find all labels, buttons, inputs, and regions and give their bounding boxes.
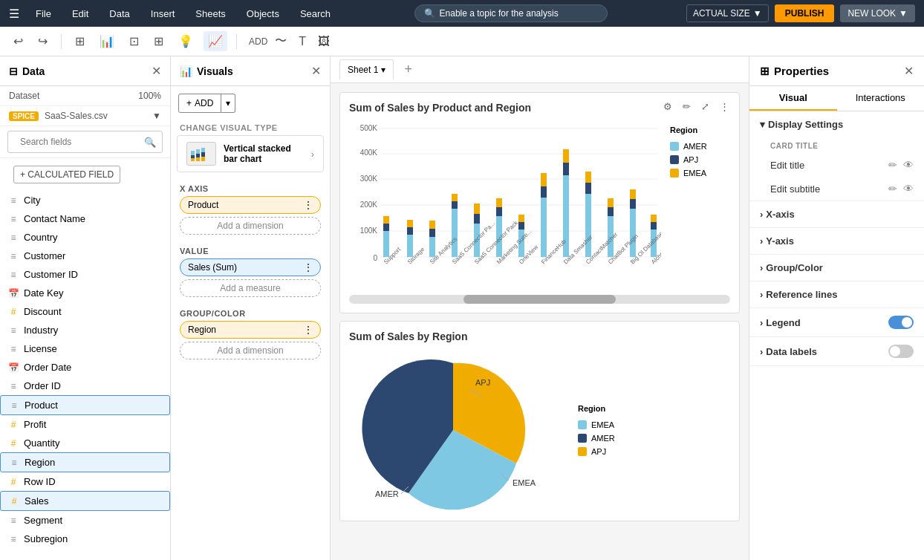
dataset-file-row[interactable]: SPICE SaaS-Sales.csv ▼: [0, 106, 170, 126]
field-item-rowid[interactable]: # Row ID: [0, 472, 170, 491]
field-item-profit[interactable]: # Profit: [0, 415, 170, 434]
card-title-label: CARD TITLE: [749, 137, 924, 153]
field-item-discount[interactable]: # Discount: [0, 302, 170, 321]
bar-chart-button[interactable]: 📊: [95, 31, 119, 51]
field-item-orderdate[interactable]: 📅 Order Date: [0, 358, 170, 377]
chart-type-preview: [186, 142, 216, 166]
add-text-button[interactable]: T: [294, 32, 310, 51]
field-item-datekey[interactable]: 📅 Date Key: [0, 284, 170, 302]
calc-field-button[interactable]: + CALCULATED FIELD: [13, 166, 120, 183]
table-view-button[interactable]: ⊞: [71, 31, 89, 51]
field-item-contact[interactable]: ≡ Contact Name: [0, 209, 170, 228]
reference-lines-header[interactable]: › Reference lines: [749, 281, 924, 307]
chart1-scrollbar[interactable]: [349, 295, 730, 304]
chart1-expand-button[interactable]: ⤢: [697, 99, 713, 114]
section-display-header[interactable]: ▾ Display Settings: [749, 111, 924, 137]
menu-edit[interactable]: Edit: [68, 5, 93, 22]
edit-title-edit-button[interactable]: ✏: [888, 159, 897, 171]
add-line-button[interactable]: 〜: [270, 30, 291, 52]
chevron-down-icon: ▼: [152, 111, 161, 121]
visuals-panel-close[interactable]: ✕: [311, 64, 321, 78]
group-pill[interactable]: Region ⋮: [180, 321, 321, 339]
y-axis-header[interactable]: › Y-axis: [749, 228, 924, 254]
edit-subtitle-row: Edit subtitle ✏ 👁: [749, 177, 924, 201]
field-list: ≡ City ≡ Contact Name ≡ Country ≡ Custom…: [0, 191, 170, 560]
field-item-subregion[interactable]: ≡ Subregion: [0, 530, 170, 548]
data-panel-close[interactable]: ✕: [152, 64, 161, 78]
menu-data[interactable]: Data: [105, 5, 134, 22]
add-label: ADD: [249, 36, 267, 47]
edit-subtitle-edit-button[interactable]: ✏: [888, 183, 897, 195]
menu-sheets[interactable]: Sheets: [191, 5, 230, 22]
grid-button[interactable]: ⊞: [149, 31, 168, 51]
legend-header[interactable]: › Legend: [749, 308, 924, 336]
x-axis-add[interactable]: Add a dimension: [180, 217, 321, 235]
topic-search[interactable]: 🔍 Enable a topic for the analysis: [414, 4, 608, 22]
chart1-edit-button[interactable]: ✏: [679, 99, 694, 114]
properties-close[interactable]: ✕: [904, 64, 914, 78]
separator2: [236, 34, 237, 49]
data-labels-toggle[interactable]: [888, 345, 914, 358]
field-item-industry[interactable]: ≡ Industry: [0, 321, 170, 339]
dataset-label: Dataset: [9, 91, 39, 101]
field-item-country[interactable]: ≡ Country: [0, 228, 170, 247]
measure-icon: #: [7, 438, 19, 449]
chart1-settings-button[interactable]: ⚙: [660, 99, 676, 114]
add-image-button[interactable]: 🖼: [313, 32, 334, 51]
tab-visual[interactable]: Visual: [749, 86, 837, 111]
sheet-tab-label: Sheet 1: [348, 65, 378, 75]
field-item-customer[interactable]: ≡ Customer: [0, 247, 170, 265]
data-labels-header[interactable]: › Data labels: [749, 337, 924, 365]
svg-text:500K: 500K: [360, 124, 378, 132]
menu-insert[interactable]: Insert: [146, 5, 180, 22]
menu-objects[interactable]: Objects: [242, 5, 284, 22]
legend-color: [578, 420, 587, 429]
new-look-button[interactable]: NEW LOOK ▼: [840, 4, 915, 22]
tab-interactions[interactable]: Interactions: [837, 86, 925, 111]
field-item-product[interactable]: ≡ Product: [0, 395, 170, 415]
field-item-quantity[interactable]: # Quantity: [0, 434, 170, 452]
insight-button[interactable]: 💡: [174, 31, 198, 51]
menu-search[interactable]: Search: [296, 5, 335, 22]
chart1-more-button[interactable]: ⋮: [716, 99, 733, 114]
value-pill[interactable]: Sales (Sum) ⋮: [180, 258, 321, 276]
add-visual-button[interactable]: + ADD: [178, 94, 221, 113]
visual-button[interactable]: 📈: [204, 31, 227, 51]
x-axis-pill[interactable]: Product ⋮: [180, 196, 321, 214]
redo-button[interactable]: ↪: [33, 31, 52, 51]
x-axis-header[interactable]: › X-axis: [749, 201, 924, 227]
plus-icon: +: [186, 98, 192, 108]
search-input[interactable]: [14, 134, 141, 150]
add-visual-dropdown[interactable]: ▾: [221, 94, 235, 113]
svg-rect-26: [407, 220, 413, 227]
field-item-sales[interactable]: # Sales: [0, 491, 170, 511]
charts-area: Sum of Sales by Product and Region ⚙ ✏ ⤢…: [331, 83, 749, 560]
group-color-header[interactable]: › Group/Color: [749, 255, 924, 281]
edit-title-visibility-button[interactable]: 👁: [903, 159, 914, 171]
field-item-region[interactable]: ≡ Region: [0, 452, 170, 472]
field-item-segment[interactable]: ≡ Segment: [0, 511, 170, 530]
filter-button[interactable]: ⊡: [125, 31, 143, 51]
value-add[interactable]: Add a measure: [180, 279, 321, 297]
chart1-container: Sum of Sales by Product and Region ⚙ ✏ ⤢…: [339, 92, 740, 313]
actual-size-button[interactable]: ACTUAL SIZE ▼: [686, 4, 769, 22]
edit-subtitle-visibility-button[interactable]: 👁: [903, 183, 914, 195]
publish-button[interactable]: PUBLISH: [775, 4, 835, 22]
menu-file[interactable]: File: [31, 5, 56, 22]
dimension-icon: ≡: [8, 400, 20, 411]
visual-type-row[interactable]: Vertical stacked bar chart ›: [177, 135, 324, 172]
group-add[interactable]: Add a dimension: [180, 342, 321, 359]
field-item-city[interactable]: ≡ City: [0, 191, 170, 209]
database-icon: ⊟: [9, 65, 18, 77]
chevron-right-icon: ›: [760, 209, 763, 220]
field-item-customerid[interactable]: ≡ Customer ID: [0, 265, 170, 284]
sheet-tab-1[interactable]: Sheet 1 ▾: [339, 59, 394, 79]
add-sheet-button[interactable]: +: [400, 60, 417, 79]
legend-toggle[interactable]: [888, 316, 914, 329]
undo-button[interactable]: ↩: [9, 31, 27, 51]
calendar-icon: 📅: [7, 288, 19, 299]
field-item-orderid[interactable]: ≡ Order ID: [0, 377, 170, 395]
search-icon: 🔍: [144, 137, 156, 148]
data-panel-title: Data: [22, 65, 45, 77]
field-item-license[interactable]: ≡ License: [0, 339, 170, 358]
